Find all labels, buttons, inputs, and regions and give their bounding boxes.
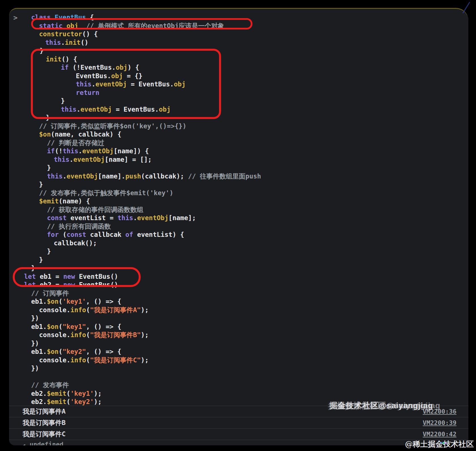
code-line: let eb2 = new EventBus() [24, 281, 468, 289]
console-message: 我是订阅事件A [23, 407, 66, 416]
code-line [31, 373, 468, 381]
code-line: class EventBus { [31, 13, 468, 22]
result-value: undefined [30, 441, 63, 445]
code-line: let eb1 = new EventBus() [24, 273, 468, 281]
code-line: $emit(name) { [39, 197, 468, 206]
code-line: // 订阅事件,类似监听事件$on('key',()=>{}) [39, 122, 468, 131]
console-prompt-chevron-icon: > [13, 14, 18, 22]
console-message: 我是订阅事件B [23, 418, 66, 427]
code-line: // 发布事件 [31, 381, 468, 390]
code-line: } [31, 264, 468, 273]
code-line: eb1.$on('key1', () => { [31, 297, 468, 306]
watermark-sparkle-icon [440, 442, 446, 444]
code-line: this.eventObj = EventBus.obj [61, 105, 468, 114]
console-result-row: ◂ undefined [9, 440, 468, 445]
code-line: const eventList = this.eventObj[name]; [47, 214, 468, 222]
console-input-code[interactable]: class EventBus {static obj // 单例模式 所有的ev… [31, 13, 468, 406]
code-line: init() { [46, 55, 468, 64]
code-line: } [47, 247, 468, 256]
code-line: console.info("我是订阅事件C"); [39, 356, 468, 365]
code-line: } [40, 47, 468, 55]
code-line: } [39, 256, 468, 264]
code-line: // 判断是否存储过 [47, 139, 468, 147]
code-line: eb2.$emit('key1'); [31, 390, 468, 398]
console-message: 我是订阅事件C [23, 430, 66, 439]
code-line: callbcak(); [54, 239, 468, 248]
code-line: console.info("我是订阅事件B"); [39, 331, 468, 339]
watermark-corner: @稀土掘金技术社区 [405, 439, 474, 449]
code-line: static obj // 单例模式 所有的eventObj应该是一个对象 [39, 22, 468, 30]
code-line: eb1.$on("key2", () => { [31, 348, 468, 356]
code-line: } [46, 114, 468, 122]
source-location-link[interactable]: VM2200:42 [423, 431, 456, 438]
console-output-row: 我是订阅事件BVM2200:39 [9, 417, 468, 428]
code-line: this.eventObj[name].push(callbcak); // 往… [47, 172, 468, 181]
code-line: if (!EventBus.obj) { [61, 63, 468, 72]
code-line: }) [31, 314, 468, 323]
code-line: return [76, 89, 468, 97]
code-line: this.eventObj[name] = []; [54, 156, 468, 164]
code-line: $on(name, callbcak) { [39, 130, 468, 139]
code-line: if(!this.eventObj[name]) { [47, 147, 468, 156]
source-location-link[interactable]: VM2200:39 [423, 419, 456, 426]
code-line: // 执行所有回调函数 [47, 222, 468, 231]
code-line: constructor() { [39, 30, 468, 39]
code-line: EventBus.obj = {} [76, 72, 468, 80]
console-output-list: 我是订阅事件AVM2200:36我是订阅事件BVM2200:39我是订阅事件CV… [9, 406, 468, 445]
code-line: console.info("我是订阅事件A"); [39, 306, 468, 314]
code-line: } [61, 97, 468, 105]
code-line: // 订阅事件 [31, 289, 468, 298]
return-arrow-icon: ◂ [23, 441, 26, 445]
code-line: }) [31, 364, 468, 373]
code-line: this.eventObj = EventBus.obj [76, 80, 468, 89]
code-line: for (const callbcak of eventList) { [47, 231, 468, 239]
code-line: }) [31, 339, 468, 348]
code-line: eb1.$on("key1", () => { [31, 323, 468, 331]
watermark-inline: 掘金技术社区@saiyangjiag [329, 400, 433, 411]
code-line: } [39, 180, 468, 189]
code-line: } [47, 164, 468, 172]
devtools-console-panel: > class EventBus {static obj // 单例模式 所有的… [9, 8, 468, 445]
code-line: this.init() [45, 39, 468, 47]
corner-artifact [462, 2, 470, 14]
console-output-row: 我是订阅事件CVM2200:42 [9, 428, 468, 440]
code-line: // 发布事件,类似于触发事件$emit('key') [39, 189, 468, 197]
code-line: // 获取存储的事件回调函数数组 [47, 206, 468, 214]
